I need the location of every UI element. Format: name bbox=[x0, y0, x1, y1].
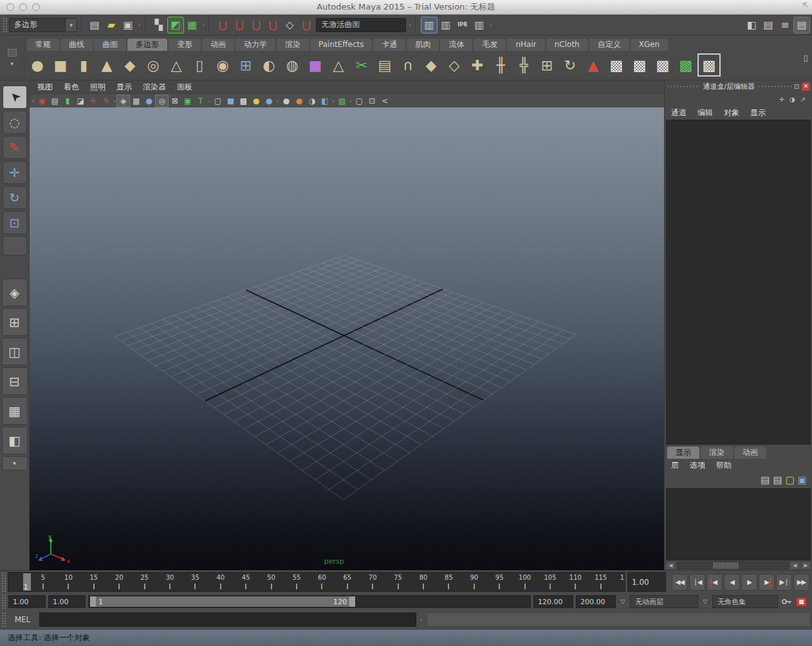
chevron-down-icon[interactable]: ▽ bbox=[618, 598, 627, 605]
viewport-menu-item[interactable]: 视图 bbox=[37, 82, 53, 93]
sidebar-drag-handle[interactable] bbox=[667, 85, 700, 88]
layer-stack-2-icon[interactable]: ▤ bbox=[773, 474, 782, 486]
split-icon[interactable]: ◇ bbox=[444, 55, 465, 75]
range-slider-track[interactable]: 1 120 bbox=[88, 595, 531, 608]
play-forwards-button[interactable]: ▶ bbox=[741, 574, 757, 591]
shelf-tab[interactable]: 动画 bbox=[202, 39, 234, 51]
safe-action-icon[interactable]: ▣ bbox=[181, 95, 194, 107]
image-plane-icon[interactable]: ◪ bbox=[75, 95, 87, 107]
viewport-menu-item[interactable]: 面板 bbox=[177, 82, 192, 93]
command-result-field[interactable] bbox=[427, 613, 811, 627]
shelf-tab[interactable]: 流体 bbox=[440, 39, 472, 51]
toolbar-break-icon[interactable]: › bbox=[331, 98, 335, 104]
extract-icon[interactable]: ▤ bbox=[374, 55, 395, 75]
layout-hypershade-persp-button[interactable]: ▦ bbox=[2, 397, 28, 425]
layout-single-pane-button[interactable]: ◈ bbox=[2, 279, 28, 306]
textured-icon[interactable]: ▩ bbox=[237, 95, 250, 107]
add-divisions-icon[interactable]: ⊞ bbox=[537, 55, 557, 75]
layer-stack-1-icon[interactable]: ▤ bbox=[761, 474, 770, 486]
playback-start-field[interactable]: 1.00 bbox=[48, 595, 86, 608]
render-settings-icon[interactable]: ▥ bbox=[472, 17, 487, 33]
uv-snapshot-icon[interactable]: ▩ bbox=[676, 55, 696, 75]
shelf-tab[interactable]: nCloth bbox=[546, 39, 588, 51]
multisample-icon[interactable]: ◧ bbox=[318, 95, 331, 107]
isolate-select-icon[interactable]: ▧ bbox=[336, 95, 348, 107]
combine-icon[interactable]: ⊞ bbox=[235, 55, 256, 75]
2d-pan-zoom-icon[interactable]: ✛ bbox=[88, 95, 100, 107]
shelf-tab[interactable]: 肌肉 bbox=[407, 39, 439, 51]
time-slider[interactable]: 1 51015202530354045505560657075808590951… bbox=[8, 572, 625, 592]
planar-mapping-icon[interactable]: ▩ bbox=[606, 55, 627, 75]
shelf-tab[interactable]: 常规 bbox=[27, 39, 59, 51]
go-to-start-button[interactable]: ◀◀ bbox=[672, 574, 688, 591]
smooth-shade-icon[interactable]: ■ bbox=[225, 95, 237, 107]
create-layer-from-selected-icon[interactable]: ▣ bbox=[798, 474, 807, 486]
field-chart-icon[interactable]: ⊠ bbox=[169, 95, 181, 107]
animation-layer-combo[interactable]: 无动画层 bbox=[630, 595, 698, 608]
resolution-gate-icon[interactable]: ● bbox=[143, 95, 155, 107]
rotate-tool[interactable]: ↻ bbox=[3, 186, 27, 209]
layout-four-pane-button[interactable]: ⊞ bbox=[2, 308, 28, 336]
rangeslider-drag-handle[interactable] bbox=[1, 594, 6, 609]
select-object-icon[interactable]: ◩ bbox=[168, 17, 183, 33]
use-default-material-icon[interactable]: ● bbox=[250, 95, 263, 107]
smooth-icon[interactable]: ◍ bbox=[282, 55, 302, 75]
animation-preferences-icon[interactable]: ▦ bbox=[796, 597, 807, 607]
last-tool-slot[interactable] bbox=[3, 236, 27, 255]
poly-pipe-icon[interactable]: ▯ bbox=[189, 55, 210, 75]
select-camera-icon[interactable]: ◉ bbox=[36, 95, 48, 107]
shelf-tab[interactable]: 动力学 bbox=[235, 39, 275, 51]
expand-arrow-icon[interactable]: › bbox=[138, 22, 142, 28]
insert-edge-loop-icon[interactable]: ╫ bbox=[490, 55, 511, 75]
show-tool-settings-icon[interactable]: ≡ bbox=[777, 17, 793, 33]
shelf-tab[interactable]: 卡通 bbox=[373, 39, 405, 51]
scroll-left-icon[interactable]: ◀ bbox=[790, 562, 800, 569]
ipr-render-icon[interactable]: IPR bbox=[455, 17, 470, 33]
poly-platonic-icon[interactable]: ◉ bbox=[212, 55, 233, 75]
scrollbar-track[interactable] bbox=[677, 562, 789, 569]
render-view-icon[interactable]: ▥ bbox=[421, 17, 437, 33]
snap-to-curves-icon[interactable]: ⋃ bbox=[232, 17, 247, 33]
show-attribute-editor-icon[interactable]: ▤ bbox=[761, 17, 776, 33]
poly-cone-icon[interactable]: ▲ bbox=[97, 55, 117, 75]
toolbar-break-icon[interactable]: › bbox=[32, 98, 35, 104]
scrollbar-thumb[interactable] bbox=[713, 562, 739, 569]
channel-box-list[interactable] bbox=[666, 120, 811, 445]
lighting-icon[interactable]: ● bbox=[263, 95, 275, 107]
snap-to-projected-center-icon[interactable]: ⋃ bbox=[265, 17, 281, 33]
viewport-menu-item[interactable]: 着色 bbox=[64, 82, 79, 93]
layer-editor-tab[interactable]: 渲染 bbox=[701, 447, 733, 459]
motion-blur-icon[interactable]: ◑ bbox=[306, 95, 318, 107]
layout-persp-graph-button[interactable]: ⊟ bbox=[2, 367, 28, 395]
current-time-field[interactable]: 1.00 bbox=[627, 572, 666, 592]
auto-key-icon[interactable] bbox=[780, 596, 793, 607]
cylindrical-mapping-icon[interactable]: ▩ bbox=[652, 55, 673, 75]
automatic-mapping-icon[interactable]: ▩ bbox=[629, 55, 650, 75]
shelf-tab[interactable]: PaintEffects bbox=[310, 39, 372, 51]
channel-box-menu-item[interactable]: 显示 bbox=[750, 107, 766, 118]
range-slider-bar[interactable]: 1 120 bbox=[90, 596, 355, 607]
animation-end-field[interactable]: 200.00 bbox=[576, 595, 616, 608]
trash-icon[interactable]: ▯ bbox=[804, 53, 812, 62]
timeslider-drag-handle[interactable] bbox=[1, 572, 6, 592]
sidebar-drag-handle[interactable] bbox=[757, 85, 791, 88]
select-component-icon[interactable]: ▦ bbox=[185, 17, 200, 33]
layer-editor-menu-item[interactable]: 帮助 bbox=[716, 460, 732, 471]
camera-attributes-icon[interactable]: ▤ bbox=[49, 95, 61, 107]
shelf-tab[interactable]: 毛发 bbox=[474, 39, 506, 51]
shelf-tab[interactable]: 变形 bbox=[169, 39, 201, 51]
gate-mask-icon[interactable]: ◎ bbox=[156, 95, 168, 107]
layer-editor-menu-item[interactable]: 选项 bbox=[690, 460, 705, 471]
create-empty-layer-icon[interactable]: ▢ bbox=[786, 474, 795, 486]
snap-to-points-icon[interactable]: ⋃ bbox=[248, 17, 264, 33]
expand-arrow-icon[interactable]: › bbox=[408, 22, 412, 28]
expand-arrow-icon[interactable]: › bbox=[202, 22, 206, 28]
expand-arrow-icon[interactable]: › bbox=[489, 22, 493, 28]
poly-pyramid-icon[interactable]: △ bbox=[166, 55, 187, 75]
grid-icon[interactable]: ◈ bbox=[117, 95, 129, 107]
viewport-menu-item[interactable]: 渲染器 bbox=[143, 82, 166, 93]
toolbar-break-icon[interactable]: › bbox=[113, 98, 117, 104]
step-forward-key-button[interactable]: ▶ bbox=[759, 574, 775, 591]
layer-list[interactable] bbox=[666, 488, 811, 560]
poly-cylinder-icon[interactable]: ▮ bbox=[73, 55, 94, 75]
